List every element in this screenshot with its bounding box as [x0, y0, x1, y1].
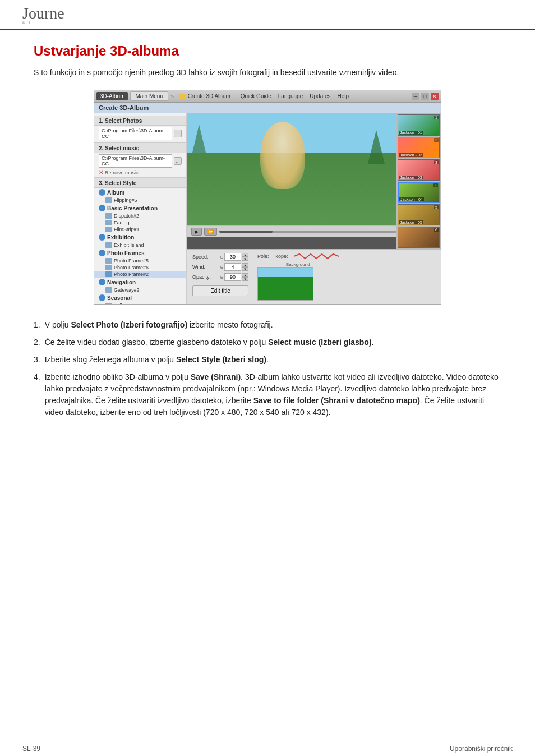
dispatch-icon — [105, 213, 112, 219]
thumb-1[interactable]: 1 Jackson - 01 — [398, 114, 440, 136]
main-photo — [187, 113, 396, 225]
exhibit-island-icon — [105, 242, 112, 248]
menu-language[interactable]: Language — [275, 93, 306, 100]
app-body: 1. Select Photos C:\Program Files\3D-Alb… — [94, 113, 441, 304]
thumb-num-2: 2 — [434, 138, 439, 142]
music-browse-button[interactable]: … — [174, 157, 182, 165]
thumb-5[interactable]: 5 Jackson - 05 — [398, 204, 440, 225]
thumb-label-4: Jackson - 04 — [399, 197, 424, 201]
menu-help[interactable]: Help — [335, 93, 352, 100]
app-titlebar: 3D-Album Main Menu » Create 3D Album Qui… — [94, 90, 441, 103]
opacity-input[interactable] — [224, 273, 241, 281]
wind-option: Wind: ⊕ ▲ ▼ — [192, 263, 248, 271]
folder-icon — [179, 94, 186, 99]
seasonal-icon — [99, 294, 105, 301]
style-album[interactable]: Album — [94, 188, 186, 197]
page-footer: SL-39 Uporabniški priročnik — [0, 741, 535, 756]
thumb-4[interactable]: 4 Jackson - 04 — [398, 182, 440, 203]
background-section: Background — [257, 262, 339, 301]
options-right: Pole: Rope: Background — [257, 253, 339, 301]
app-menu-bar: Quick Guide Language Updates Help — [238, 93, 352, 100]
photo-frames-icon — [99, 250, 105, 256]
style-photo-frame5[interactable]: Photo Frame#5 — [94, 257, 186, 264]
speed-label: Speed: — [192, 254, 218, 260]
edit-title-button[interactable]: Edit title — [192, 285, 248, 296]
style-photo-frames[interactable]: Photo Frames — [94, 248, 186, 257]
speed-option: Speed: ⊕ ▲ ▼ — [192, 253, 248, 261]
speed-input[interactable] — [224, 253, 241, 261]
logo-area: Journe air — [0, 0, 535, 25]
section-select-photos: 1. Select Photos — [94, 116, 186, 126]
thumb-num-5: 5 — [434, 205, 439, 209]
wind-up-btn[interactable]: ▲ — [242, 263, 248, 267]
maximize-button[interactable]: □ — [421, 93, 429, 100]
filmstrip-icon — [105, 227, 112, 232]
instruction-3: 3. Izberite slog želenega albuma v polju… — [34, 354, 501, 366]
photo-subject — [260, 122, 305, 189]
logo-sub: air — [22, 19, 513, 25]
options-panel: Speed: ⊕ ▲ ▼ Wind: — [187, 249, 441, 304]
opacity-up-btn[interactable]: ▲ — [242, 273, 248, 277]
style-exhibit-island[interactable]: Exhibit Island — [94, 242, 186, 248]
thumb-num-6: 6 — [434, 228, 439, 232]
style-flipping[interactable]: Flipping#5 — [94, 197, 186, 204]
wind-down-btn[interactable]: ▼ — [242, 267, 248, 271]
speed-down-btn[interactable]: ▼ — [242, 257, 248, 261]
style-exhibition[interactable]: Exhibition — [94, 233, 186, 242]
gateway-icon — [105, 287, 112, 293]
style-gateway[interactable]: Gateway#2 — [94, 287, 186, 293]
opacity-option: Opacity: ⊕ ▲ ▼ — [192, 273, 248, 281]
pole-label: Pole: — [257, 253, 269, 259]
style-basic-presentation[interactable]: Basic Presentation — [94, 204, 186, 213]
progress-bar[interactable] — [219, 231, 396, 233]
basic-pres-icon — [99, 205, 105, 211]
play-button[interactable]: ▶ — [191, 228, 202, 236]
style-filmstrip[interactable]: FilmStrip#1 — [94, 226, 186, 233]
bold-save: Save (Shrani) — [191, 372, 241, 381]
tab-main-menu[interactable]: Main Menu — [130, 91, 168, 101]
window-controls: ─ □ ✕ — [412, 93, 439, 100]
speed-up-btn[interactable]: ▲ — [242, 253, 248, 257]
style-dispatch[interactable]: Dispatch#2 — [94, 213, 186, 219]
nav-create-3d-album[interactable]: Create 3D Album — [177, 93, 233, 100]
wind-value-box: ⊕ ▲ ▼ — [220, 263, 248, 271]
photos-browse-button[interactable]: … — [174, 130, 182, 137]
photos-path-input[interactable]: C:\Program Files\3D-Album-CC — [99, 127, 172, 140]
close-button[interactable]: ✕ — [431, 93, 439, 100]
style-photo-frame6[interactable]: Photo Frame#6 — [94, 264, 186, 271]
menu-quick-guide[interactable]: Quick Guide — [238, 93, 274, 100]
thumb-num-4: 4 — [433, 183, 438, 187]
tab-3d-album[interactable]: 3D-Album — [96, 92, 128, 100]
style-fall[interactable]: Fall#1 — [94, 302, 186, 304]
music-path-row: C:\Program Files\3D-Album-CC … — [94, 153, 186, 169]
opacity-down-btn[interactable]: ▼ — [242, 277, 248, 281]
thumb-3[interactable]: 3 Jackson - 03 — [398, 159, 440, 181]
menu-updates[interactable]: Updates — [307, 93, 333, 100]
remove-music-link[interactable]: ✕ Remove music — [94, 169, 186, 176]
thumb-label-1: Jackson - 01 — [399, 131, 423, 135]
music-path-input[interactable]: C:\Program Files\3D-Album-CC — [99, 154, 172, 168]
wind-stepper: ▲ ▼ — [242, 263, 248, 271]
right-main-area: 1 Jackson - 01 2 Jackson - 02 3 Jackson … — [187, 113, 441, 304]
navigation-icon — [99, 279, 105, 285]
photos-path-row: C:\Program Files\3D-Album-CC … — [94, 126, 186, 141]
flipping-icon — [105, 197, 112, 203]
opacity-value-box: ⊕ ▲ ▼ — [220, 273, 248, 281]
pause-button[interactable]: ⏩ — [204, 228, 217, 236]
instruction-2: 2. Če želite videu dodati glasbo, izberi… — [34, 336, 501, 348]
thumb-num-1: 1 — [434, 116, 439, 119]
tree-right — [368, 130, 385, 164]
style-fading[interactable]: Fading — [94, 219, 186, 226]
minimize-button[interactable]: ─ — [412, 93, 419, 100]
style-seasonal[interactable]: Seasonal — [94, 293, 186, 302]
thumb-2[interactable]: 2 Jackson - 02 — [398, 137, 440, 158]
intro-text: S to funkcijo in s pomočjo njenih predlo… — [34, 67, 501, 79]
style-photo-frame2[interactable]: Photo Frame#2 — [94, 271, 186, 278]
thumb-6[interactable]: 6 — [398, 227, 440, 248]
background-thumbnail[interactable] — [257, 267, 313, 301]
style-navigation[interactable]: Navigation — [94, 278, 186, 287]
photo-display: 1 Jackson - 01 2 Jackson - 02 3 Jackson … — [187, 113, 441, 249]
frame5-icon — [105, 258, 112, 264]
wind-input[interactable] — [224, 263, 241, 271]
background-label: Background — [257, 262, 339, 267]
